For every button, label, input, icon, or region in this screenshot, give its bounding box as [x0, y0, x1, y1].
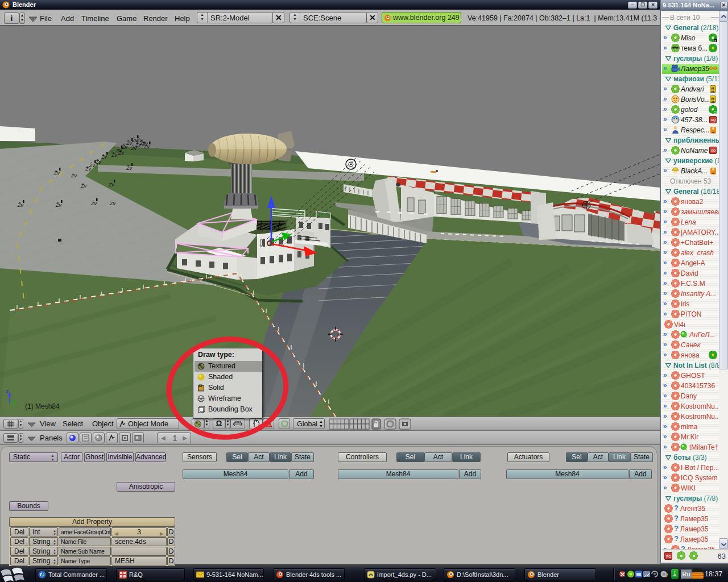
svg-text:Žv: Žv	[80, 183, 86, 189]
svg-text:Žv: Žv	[136, 138, 142, 143]
svg-text:Žv: Žv	[85, 166, 91, 172]
svg-text:Žv: Žv	[55, 202, 61, 208]
svg-text:Žv: Žv	[90, 201, 97, 206]
svg-text:Žv: Žv	[95, 159, 101, 165]
svg-text:Žv: Žv	[17, 202, 23, 208]
svg-text:Žv: Žv	[71, 173, 77, 178]
svg-text:Žv: Žv	[111, 152, 117, 158]
svg-text:Žv: Žv	[126, 165, 132, 171]
svg-text:Žv: Žv	[109, 201, 115, 206]
svg-text:GO: GO	[714, 111, 718, 114]
svg-text:(1) Mesh84: (1) Mesh84	[25, 402, 60, 410]
svg-text:v: v	[14, 402, 16, 408]
svg-text:Žv: Žv	[118, 150, 124, 156]
svg-text:Žv: Žv	[101, 154, 107, 160]
svg-text:Žv: Žv	[130, 146, 136, 151]
svg-text:Žv: Žv	[142, 141, 148, 147]
svg-text:Žv: Žv	[53, 170, 60, 176]
svg-text:Žv: Žv	[108, 182, 114, 188]
svg-text:Z: Z	[6, 389, 9, 394]
